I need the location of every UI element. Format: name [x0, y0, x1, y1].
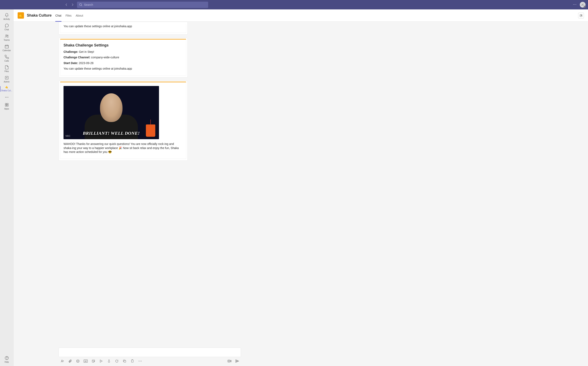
startdate-label: Start Date: [63, 61, 78, 65]
svg-point-3 [576, 4, 576, 5]
rail-chat[interactable]: Chat [0, 22, 14, 32]
rail-label: Chat [5, 29, 9, 31]
svg-point-18 [76, 360, 79, 363]
challenge-label: Challenge: [63, 50, 78, 53]
svg-point-4 [6, 35, 7, 36]
channel-label: Challenge Channel: [63, 56, 90, 59]
svg-point-9 [6, 97, 7, 98]
tab-chat[interactable]: Chat [55, 9, 62, 22]
page-title: Shaka Culture [27, 13, 52, 18]
svg-rect-6 [5, 45, 8, 48]
rail-label: Admin [4, 81, 9, 83]
attach-icon[interactable] [68, 359, 72, 363]
startdate-value: 2023-09-28 [78, 61, 94, 65]
more-options-button[interactable] [573, 3, 577, 7]
priority-icon[interactable] [99, 359, 103, 363]
rail-admin[interactable]: Admin [0, 74, 14, 84]
svg-point-30 [141, 361, 142, 361]
chat-icon [4, 23, 9, 28]
card-footer: You can update these settings online at … [63, 67, 183, 71]
tab-about[interactable]: About [76, 9, 83, 22]
main-area: 🤙 Shaka Culture Chat Files About You can… [14, 9, 588, 366]
rail-label: Calendar [2, 49, 11, 52]
rail-label: Help [5, 361, 9, 363]
search-icon [79, 3, 82, 6]
phone-icon [4, 54, 9, 59]
titlebar: Search JC [0, 0, 588, 9]
svg-rect-12 [7, 103, 8, 105]
gif-icon[interactable]: GIF [84, 359, 88, 363]
rail-activity[interactable]: Activity [0, 11, 14, 22]
emoji-icon[interactable] [76, 359, 80, 363]
svg-point-1 [573, 4, 574, 5]
svg-point-8 [5, 97, 6, 98]
clipboard-icon[interactable] [130, 359, 134, 363]
tab-files[interactable]: Files [66, 9, 72, 22]
svg-point-24 [94, 361, 94, 361]
app-tile-icon: 🤙 [18, 12, 24, 19]
help-icon [4, 356, 9, 360]
rail-help[interactable]: Help [0, 354, 14, 365]
bell-icon [4, 13, 9, 18]
search-placeholder: Search [84, 3, 93, 6]
popout-button[interactable] [578, 13, 584, 18]
svg-point-16 [7, 359, 7, 359]
loop-icon[interactable] [115, 359, 119, 363]
search-input[interactable]: Search [77, 2, 208, 8]
reaction-gif: NBC BRILLIANT! WELL DONE! [63, 86, 159, 139]
file-icon [4, 65, 9, 70]
rail-calendar[interactable]: Calendar [0, 43, 14, 53]
rail-label: Shaka Cul... [1, 90, 12, 92]
rail-teams[interactable]: Teams [0, 32, 14, 43]
svg-rect-11 [5, 103, 6, 105]
rail-calls[interactable]: Calls [0, 53, 14, 64]
nav-back-button[interactable] [64, 2, 69, 7]
rail-more-button[interactable] [0, 93, 14, 101]
messages-list[interactable]: You can update these settings online at … [14, 22, 588, 348]
format-icon[interactable] [60, 359, 64, 363]
svg-point-19 [77, 361, 78, 361]
message-card-gif: NBC BRILLIANT! WELL DONE! WAHOO! Thanks … [60, 82, 186, 159]
svg-rect-27 [132, 360, 133, 362]
svg-rect-14 [7, 105, 8, 106]
calendar-icon [4, 44, 9, 49]
rail-label: Teams [4, 39, 10, 41]
svg-rect-13 [5, 105, 6, 106]
gif-caption: BRILLIANT! WELL DONE! [63, 131, 159, 136]
compose-input[interactable] [59, 348, 241, 357]
presence-indicator [584, 6, 586, 8]
rail-label: Activity [3, 18, 10, 20]
nav-forward-button[interactable] [70, 2, 75, 7]
card-title: Shaka Challenge Settings [63, 43, 183, 47]
sticker-icon[interactable] [91, 359, 95, 363]
rail-label: Calls [4, 60, 9, 62]
card-text: You can update these settings online at … [63, 24, 183, 29]
channel-value: company-wide-culture [90, 56, 119, 59]
svg-point-2 [574, 4, 575, 5]
svg-point-29 [140, 361, 141, 361]
avatar[interactable]: JC [580, 2, 586, 8]
avatar-initials: JC [581, 3, 584, 6]
teams-icon [4, 34, 9, 38]
svg-point-25 [108, 361, 110, 363]
svg-text:GIF: GIF [84, 360, 87, 362]
more-actions-icon[interactable] [138, 359, 142, 363]
message-card-settings: Shaka Challenge Settings Challenge: Get … [60, 39, 186, 76]
video-clip-icon[interactable] [227, 359, 232, 363]
svg-point-5 [7, 35, 8, 36]
svg-rect-26 [124, 360, 126, 362]
admin-icon [4, 75, 9, 80]
svg-point-28 [139, 361, 139, 361]
challenge-value: Get in Step! [78, 50, 94, 53]
rail-shaka-culture[interactable]: 🤙 Shaka Cul... [0, 84, 14, 93]
rail-label: Apps [4, 108, 9, 110]
shaka-icon: 🤙 [5, 86, 8, 89]
rail-label: Files [5, 70, 9, 72]
apps-icon [4, 102, 9, 107]
send-button[interactable] [235, 359, 239, 363]
svg-point-20 [78, 361, 79, 361]
approvals-icon[interactable] [107, 359, 111, 363]
rail-files[interactable]: Files [0, 64, 14, 74]
rail-apps[interactable]: Apps [0, 101, 14, 112]
duplicate-icon[interactable] [123, 359, 127, 363]
